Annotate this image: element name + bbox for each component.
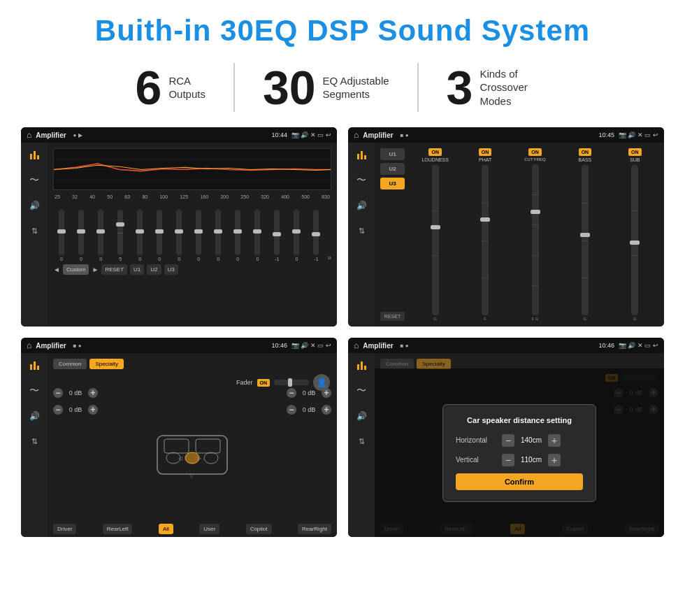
loudness-slider[interactable] <box>432 165 439 315</box>
preset-u1[interactable]: U1 <box>380 148 405 160</box>
screenshots-grid: ⌂ Amplifier ● ▶ 10:44 📷 🔊 ✕ ▭ ↩ <box>21 127 664 537</box>
sub-name: SUB <box>630 157 640 162</box>
amp-sidebar-icon-2[interactable]: 〜 <box>353 173 370 187</box>
amp-time: 10:45 <box>598 131 614 138</box>
svg-text:▽: ▽ <box>189 473 194 479</box>
db-minus-1[interactable]: − <box>53 388 63 398</box>
horizontal-label: Horizontal <box>456 436 498 444</box>
vertical-plus-btn[interactable]: + <box>548 454 561 466</box>
eq-slider-8[interactable]: 0 <box>190 210 207 262</box>
cutfreq-on[interactable]: ON <box>528 148 542 156</box>
dist-tab-common[interactable]: Common <box>380 359 414 369</box>
preset-u3[interactable]: U3 <box>380 178 405 189</box>
dist-sidebar-icon-3[interactable]: 🔊 <box>353 409 370 423</box>
eq-slider-13[interactable]: 0 <box>288 210 305 262</box>
amp-status-icons: 📷 🔊 ✕ ▭ ↩ <box>619 131 658 138</box>
copilot-btn[interactable]: Copilot <box>246 524 272 534</box>
phat-slider[interactable] <box>482 165 489 315</box>
eq-slider-7[interactable]: 0 <box>171 210 187 262</box>
dist-sidebar-icon-4[interactable]: ⇅ <box>353 434 370 448</box>
eq-slider-1[interactable]: 0 <box>53 210 70 262</box>
eq-next-arrow[interactable]: ► <box>92 266 99 273</box>
eq-sidebar-icon-1[interactable] <box>26 148 43 162</box>
fader-sidebar-icon-2[interactable]: 〜 <box>26 384 43 398</box>
horizontal-plus-btn[interactable]: + <box>548 434 561 447</box>
fader-main-content: Common Specialty Fader ON 👤 <box>48 353 337 537</box>
home-icon[interactable]: ⌂ <box>27 130 31 140</box>
amp-sidebar-icon-3[interactable]: 🔊 <box>353 199 370 213</box>
eq-slider-6[interactable]: 0 <box>151 210 168 262</box>
phat-on[interactable]: ON <box>479 148 492 156</box>
eq-more-icon[interactable]: » <box>327 254 331 262</box>
amp-sidebar-icon-4[interactable]: ⇅ <box>353 224 370 238</box>
db-minus-2[interactable]: − <box>53 405 63 415</box>
eq-u2-btn[interactable]: U2 <box>147 264 161 275</box>
cutfreq-slider[interactable] <box>532 164 539 315</box>
eq-sidebar-icon-4[interactable]: ⇅ <box>26 224 43 238</box>
db-value-3: 0 dB <box>299 389 319 396</box>
fader-sidebar-icon-4[interactable]: ⇅ <box>26 434 43 448</box>
home-icon-dist[interactable]: ⌂ <box>354 341 359 350</box>
bass-on[interactable]: ON <box>579 148 592 156</box>
fader-tab-common[interactable]: Common <box>53 359 87 369</box>
eq-slider-10[interactable]: 0 <box>229 210 246 262</box>
db-value-1: 0 dB <box>66 389 85 396</box>
dialog-title: Car speaker distance setting <box>456 416 583 424</box>
eq-slider-5[interactable]: 0 <box>131 210 148 262</box>
all-btn[interactable]: All <box>159 524 173 534</box>
dist-status-dots: ■ ● <box>401 343 409 349</box>
eq-slider-2[interactable]: 0 <box>73 210 89 262</box>
eq-u3-btn[interactable]: U3 <box>164 264 178 275</box>
db-plus-2[interactable]: + <box>88 405 98 415</box>
db-minus-3[interactable]: − <box>287 388 296 398</box>
db-minus-4[interactable]: − <box>287 405 296 415</box>
eq-slider-3[interactable]: 0 <box>92 210 109 262</box>
db-plus-4[interactable]: + <box>322 405 331 415</box>
eq-sidebar-icon-3[interactable]: 🔊 <box>26 199 43 213</box>
sub-slider[interactable] <box>631 165 638 315</box>
fader-slider-h[interactable] <box>274 380 309 385</box>
vertical-minus-btn[interactable]: − <box>502 454 514 466</box>
confirm-button[interactable]: Confirm <box>456 473 583 490</box>
eq-slider-11[interactable]: 0 <box>249 210 266 262</box>
eq-slider-12[interactable]: -1 <box>268 210 285 262</box>
stats-row: 6 RCA Outputs 30 EQ Adjustable Segments … <box>21 63 664 112</box>
fader-sidebar-icon-1[interactable] <box>26 359 43 373</box>
db-plus-1[interactable]: + <box>88 388 98 398</box>
fader-status-dots: ■ ● <box>73 343 82 349</box>
dist-sidebar-icon-1[interactable] <box>353 359 370 373</box>
user-btn[interactable]: User <box>199 524 219 534</box>
eq-sidebar: 〜 🔊 ⇅ <box>21 143 48 327</box>
fader-sidebar-icon-3[interactable]: 🔊 <box>26 409 43 423</box>
eq-sidebar-icon-2[interactable]: 〜 <box>26 173 43 187</box>
channel-bass: ON BASS G <box>561 148 608 321</box>
eq-slider-9[interactable]: 0 <box>210 210 226 262</box>
fader-tab-specialty[interactable]: Specialty <box>89 359 123 369</box>
channel-cutfreq: ON CUT FREQ F G <box>512 148 558 321</box>
home-icon-fader[interactable]: ⌂ <box>27 341 31 350</box>
eq-u1-btn[interactable]: U1 <box>130 264 144 275</box>
sub-on[interactable]: ON <box>628 148 642 156</box>
eq-status-icons: 📷 🔊 ✕ ▭ ↩ <box>291 131 331 138</box>
driver-btn[interactable]: Driver <box>53 524 76 534</box>
amp-sidebar-icon-1[interactable] <box>353 148 370 162</box>
fader-on-badge[interactable]: ON <box>257 379 271 387</box>
preset-u2[interactable]: U2 <box>380 163 405 175</box>
bass-slider[interactable] <box>582 165 589 315</box>
eq-slider-4[interactable]: 5 <box>112 210 129 262</box>
stat-eq-number: 30 <box>263 64 316 111</box>
dist-tab-specialty[interactable]: Specialty <box>417 359 450 369</box>
eq-custom-btn[interactable]: Custom <box>63 264 89 275</box>
eq-reset-btn[interactable]: RESET <box>101 264 127 275</box>
db-left-bot: − 0 dB + <box>53 405 98 415</box>
horizontal-minus-btn[interactable]: − <box>502 434 514 447</box>
amp-reset-btn[interactable]: RESET <box>380 312 405 321</box>
eq-prev-arrow[interactable]: ◄ <box>53 266 60 273</box>
eq-slider-14[interactable]: -1 <box>308 210 324 262</box>
db-plus-3[interactable]: + <box>322 388 331 398</box>
home-icon-amp[interactable]: ⌂ <box>354 130 359 140</box>
loudness-on[interactable]: ON <box>428 148 442 156</box>
rear-right-btn[interactable]: RearRight <box>298 524 331 534</box>
dist-sidebar-icon-2[interactable]: 〜 <box>353 384 370 398</box>
rear-left-btn[interactable]: RearLeft <box>103 524 133 534</box>
